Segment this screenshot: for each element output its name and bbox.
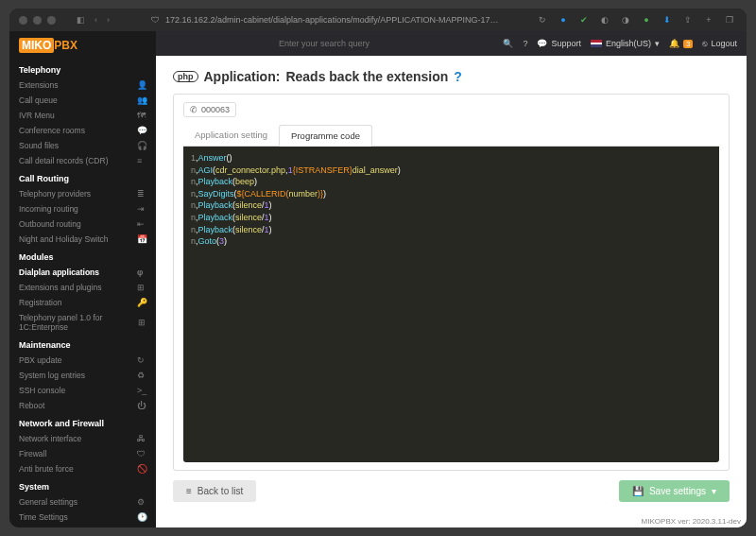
item-icon: ♻ bbox=[137, 371, 146, 380]
item-icon: ≣ bbox=[137, 189, 146, 199]
shield-icon: 🛡 bbox=[149, 14, 161, 26]
sidebar-item[interactable]: SSH console>_ bbox=[9, 383, 156, 398]
item-icon: 👥 bbox=[137, 95, 146, 105]
notifications[interactable]: 🔔3 bbox=[669, 39, 693, 48]
sidebar-item[interactable]: Mail settings✉ bbox=[9, 525, 156, 527]
item-icon: 🕑 bbox=[137, 512, 146, 522]
sidebar-item[interactable]: Conference rooms💬 bbox=[9, 123, 156, 138]
sidebar-item[interactable]: Outbound routing⇤ bbox=[9, 216, 156, 232]
item-icon: ⊞ bbox=[137, 283, 146, 292]
item-icon: 🎧 bbox=[137, 141, 146, 150]
item-icon: 💬 bbox=[137, 126, 146, 135]
sidebar-section: Network and Firewall bbox=[9, 413, 156, 431]
item-icon: ≡ bbox=[137, 156, 146, 165]
item-icon: >_ bbox=[137, 386, 146, 395]
sidebar-item[interactable]: Telephony providers≣ bbox=[9, 186, 156, 201]
ext-icon-6[interactable]: ⬇ bbox=[662, 14, 673, 26]
max-dot[interactable] bbox=[47, 16, 56, 25]
sidebar-section: Telephony bbox=[9, 60, 156, 78]
sidebar-section: Call Routing bbox=[9, 168, 156, 186]
item-icon: 📅 bbox=[137, 234, 146, 244]
ext-icon-2[interactable]: ✔ bbox=[578, 14, 590, 26]
newtab-icon[interactable]: + bbox=[703, 14, 714, 26]
sidebar: MIKOPBX TelephonyExtensions👤Call queue👥I… bbox=[9, 31, 156, 527]
item-icon: ⚙ bbox=[137, 497, 146, 507]
ext-icon-1[interactable]: ● bbox=[558, 14, 569, 26]
chevron-down-icon: ▾ bbox=[712, 486, 716, 496]
logo: MIKOPBX bbox=[9, 35, 156, 60]
reload-icon[interactable]: ↻ bbox=[537, 14, 548, 26]
nav-back-icon[interactable]: ‹ bbox=[93, 15, 99, 25]
item-icon: ⇤ bbox=[137, 219, 146, 229]
save-icon: 💾 bbox=[632, 486, 644, 496]
item-icon: ⊞ bbox=[138, 318, 146, 327]
search-input[interactable]: Enter your search query bbox=[165, 39, 493, 48]
topbar: Enter your search query 🔍 ? 💬 Support En… bbox=[156, 31, 747, 56]
item-icon: 🔑 bbox=[137, 298, 146, 307]
flag-icon bbox=[591, 40, 602, 47]
tabs-icon[interactable]: ❐ bbox=[724, 14, 735, 26]
sidebar-item[interactable]: Sound files🎧 bbox=[9, 138, 156, 153]
sidebar-item[interactable]: Incoming routing⇥ bbox=[9, 201, 156, 216]
sidebar-item[interactable]: IVR Menu🗺 bbox=[9, 108, 156, 123]
url-bar[interactable]: 🛡 172.16.162.2/admin-cabinet/dialplan-ap… bbox=[117, 14, 529, 26]
help-icon[interactable]: ? bbox=[523, 39, 527, 48]
sidebar-item[interactable]: General settings⚙ bbox=[9, 494, 156, 510]
sidebar-item[interactable]: Call detail records (CDR)≡ bbox=[9, 153, 156, 168]
help-hint-icon[interactable]: ? bbox=[454, 69, 462, 84]
logout-button[interactable]: ⎋ Logout bbox=[702, 39, 737, 48]
sidebar-item[interactable]: Time Settings🕑 bbox=[9, 510, 156, 525]
back-button[interactable]: ≡ Back to list bbox=[173, 480, 256, 502]
sidebar-item[interactable]: Registration🔑 bbox=[9, 295, 156, 310]
extension-badge: ✆ 000063 bbox=[183, 102, 236, 117]
min-dot[interactable] bbox=[33, 16, 42, 25]
sidebar-section: Maintenance bbox=[9, 335, 156, 353]
sidebar-item[interactable]: Dialplan applicationsφ bbox=[9, 265, 156, 280]
page-title: php Application: Reads back the extensio… bbox=[173, 69, 730, 84]
sidebar-section: System bbox=[9, 476, 156, 494]
item-icon: 🚫 bbox=[137, 464, 146, 474]
item-icon: 🛡 bbox=[137, 449, 146, 458]
tab[interactable]: Application setting bbox=[183, 125, 279, 146]
sidebar-item[interactable]: Extensions👤 bbox=[9, 78, 156, 93]
ext-icon-4[interactable]: ◑ bbox=[620, 14, 631, 26]
item-icon: 👤 bbox=[137, 80, 146, 90]
sidebar-item[interactable]: Anti brute force🚫 bbox=[9, 461, 156, 476]
item-icon: ⏻ bbox=[137, 401, 146, 410]
sidebar-item[interactable]: System log entries♻ bbox=[9, 368, 156, 383]
item-icon: 🗺 bbox=[137, 111, 146, 120]
tabs: Application settingProgramme code bbox=[183, 125, 719, 147]
sidebar-item[interactable]: Reboot⏻ bbox=[9, 398, 156, 413]
item-icon: ↻ bbox=[137, 355, 146, 365]
sidebar-section: Modules bbox=[9, 247, 156, 265]
save-button[interactable]: 💾 Save settings ▾ bbox=[619, 480, 730, 502]
ext-icon-3[interactable]: ◐ bbox=[599, 14, 610, 26]
ext-icon-5[interactable]: ● bbox=[641, 14, 652, 26]
item-icon: 🖧 bbox=[137, 434, 146, 443]
search-icon[interactable]: 🔍 bbox=[503, 39, 513, 48]
share-icon[interactable]: ⇪ bbox=[682, 14, 694, 26]
code-editor[interactable]: 1,Answer()n,AGI(cdr_connector.php,1{ISTR… bbox=[183, 147, 719, 462]
tab[interactable]: Programme code bbox=[279, 125, 372, 147]
nav-fwd-icon[interactable]: › bbox=[105, 15, 112, 25]
php-icon: php bbox=[173, 71, 198, 82]
sidebar-item[interactable]: Firewall🛡 bbox=[9, 446, 156, 461]
sidebar-item[interactable]: Network interface🖧 bbox=[9, 431, 156, 446]
item-icon: φ bbox=[137, 268, 146, 277]
support-link[interactable]: 💬 Support bbox=[537, 39, 581, 48]
close-dot[interactable] bbox=[19, 16, 27, 25]
phone-icon: ✆ bbox=[190, 105, 198, 114]
list-icon: ≡ bbox=[186, 486, 192, 496]
language-selector[interactable]: English(US) ▾ bbox=[591, 39, 660, 48]
item-icon: ⇥ bbox=[137, 204, 146, 214]
sidebar-item[interactable]: Telephony panel 1.0 for 1C:Enterprise⊞ bbox=[9, 310, 156, 335]
version-label: MIKOPBX ver: 2020.3.11-dev bbox=[156, 515, 747, 527]
sidebar-toggle-icon[interactable]: ◧ bbox=[75, 15, 87, 25]
sidebar-item[interactable]: Call queue👥 bbox=[9, 93, 156, 108]
sidebar-item[interactable]: Night and Holiday Switch📅 bbox=[9, 232, 156, 247]
sidebar-item[interactable]: PBX update↻ bbox=[9, 353, 156, 368]
sidebar-item[interactable]: Extensions and plugins⊞ bbox=[9, 280, 156, 295]
window-titlebar: ◧ ‹ › 🛡 172.16.162.2/admin-cabinet/dialp… bbox=[9, 9, 747, 31]
